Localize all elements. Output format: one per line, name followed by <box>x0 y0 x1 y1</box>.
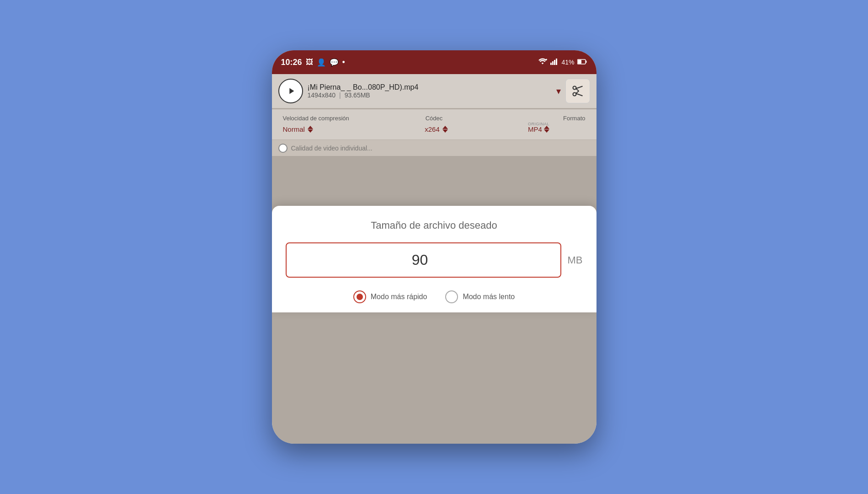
original-badge: ORIGINAL <box>528 122 549 126</box>
play-icon <box>286 86 296 96</box>
trim-button[interactable] <box>565 79 590 103</box>
video-bar: ¡Mi Pierna_ _ Bo...080P_HD).mp4 1494x840… <box>272 74 596 108</box>
svg-line-10 <box>575 86 582 89</box>
battery-text: 41% <box>561 59 574 66</box>
app-content: ¡Mi Pierna_ _ Bo...080P_HD).mp4 1494x840… <box>272 74 596 444</box>
file-size-dialog: Tamaño de archivo deseado MB Modo más rá… <box>272 206 596 312</box>
dot-notification-icon: • <box>342 58 345 67</box>
partial-row: Calidad de video individual... <box>272 140 596 156</box>
messenger-notification-icon: 💬 <box>330 58 339 67</box>
status-left: 10:26 🖼 👤 💬 • <box>281 58 345 67</box>
svg-rect-4 <box>556 59 557 65</box>
svg-point-0 <box>546 59 547 60</box>
mode-slow-option[interactable]: Modo más lento <box>445 290 515 303</box>
mode-slow-label: Modo más lento <box>463 293 515 301</box>
mode-options: Modo más rápido Modo más lento <box>286 290 583 303</box>
compression-labels-row: Velocidad de compresión Códec Formato <box>278 115 590 122</box>
speed-up-arrow[interactable] <box>308 126 313 129</box>
mode-slow-radio[interactable] <box>445 290 458 303</box>
svg-line-11 <box>575 93 582 96</box>
speed-value-group: Normal <box>278 125 385 133</box>
codec-up-arrow[interactable] <box>442 126 448 129</box>
status-icons-right: 41% <box>538 58 587 67</box>
format-label: Formato <box>485 115 590 122</box>
dialog-title: Tamaño de archivo deseado <box>286 220 583 231</box>
phone-frame: 10:26 🖼 👤 💬 • <box>272 50 596 444</box>
file-size-unit: MB <box>568 254 583 266</box>
mode-fast-radio[interactable] <box>353 290 366 303</box>
dialog-overlay: Tamaño de archivo deseado MB Modo más rá… <box>272 206 596 444</box>
scissors-icon <box>571 85 584 97</box>
wifi-icon <box>538 58 548 67</box>
video-dropdown-arrow[interactable]: ▾ <box>556 86 561 97</box>
svg-rect-7 <box>586 61 586 63</box>
file-size-input-row: MB <box>286 242 583 278</box>
codec-down-arrow[interactable] <box>442 129 448 133</box>
video-filesize: 93.65MB <box>345 91 370 99</box>
svg-line-12 <box>575 89 578 91</box>
format-value: MP4 <box>528 125 542 133</box>
video-resolution: 1494x840 <box>308 91 336 99</box>
codec-value-group: x264 <box>385 125 488 133</box>
codec-value: x264 <box>425 125 440 133</box>
status-bar: 10:26 🖼 👤 💬 • <box>272 50 596 74</box>
svg-rect-2 <box>552 61 554 65</box>
compression-settings: Velocidad de compresión Códec Formato No… <box>272 109 596 140</box>
speed-value: Normal <box>283 125 305 133</box>
format-up-arrow[interactable] <box>544 126 549 129</box>
format-value-group: ORIGINAL MP4 <box>488 125 590 133</box>
partial-radio <box>278 144 288 153</box>
signal-icon <box>550 59 559 66</box>
video-filename: ¡Mi Pierna_ _ Bo...080P_HD).mp4 <box>308 83 552 91</box>
svg-rect-3 <box>554 60 555 65</box>
format-spinner[interactable] <box>544 126 549 133</box>
file-size-input[interactable] <box>286 242 561 278</box>
image-notification-icon: 🖼 <box>306 58 313 66</box>
format-down-arrow[interactable] <box>544 129 549 133</box>
svg-rect-6 <box>578 60 581 64</box>
svg-rect-1 <box>550 63 552 65</box>
compression-values-row: Normal x264 ORIGINAL <box>278 125 590 133</box>
speed-down-arrow[interactable] <box>308 129 313 133</box>
meta-separator: | <box>339 91 341 99</box>
mode-fast-option[interactable]: Modo más rápido <box>353 290 427 303</box>
speed-label: Velocidad de compresión <box>278 115 384 122</box>
mode-fast-label: Modo más rápido <box>371 293 427 301</box>
svg-line-13 <box>575 91 578 93</box>
play-button[interactable] <box>278 79 303 103</box>
speed-spinner[interactable] <box>308 126 313 133</box>
video-info: ¡Mi Pierna_ _ Bo...080P_HD).mp4 1494x840… <box>308 83 552 99</box>
codec-label: Códec <box>383 115 485 122</box>
user-notification-icon: 👤 <box>317 58 326 67</box>
partial-text: Calidad de video individual... <box>291 145 373 152</box>
status-time: 10:26 <box>281 58 302 67</box>
battery-icon <box>577 58 587 66</box>
video-metadata: 1494x840 | 93.65MB <box>308 91 552 99</box>
codec-spinner[interactable] <box>442 126 448 133</box>
